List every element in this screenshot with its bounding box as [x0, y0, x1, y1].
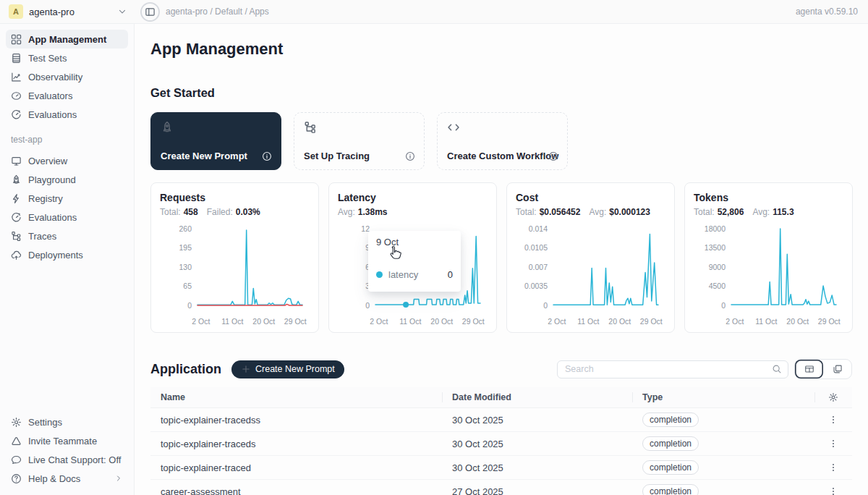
sidebar-item-traces[interactable]: Traces: [6, 227, 128, 245]
sidebar-item-label: Evaluators: [28, 90, 72, 101]
row-actions-cell: [814, 462, 852, 473]
type-badge: completion: [642, 436, 699, 451]
card-view-button[interactable]: [823, 360, 851, 378]
workspace-name: agenta-pro: [29, 7, 111, 17]
svg-text:2 Oct: 2 Oct: [370, 317, 388, 326]
svg-text:11 Oct: 11 Oct: [399, 317, 421, 326]
chart-card-tokens: TokensTotal:52,806Avg:115.30450090001350…: [684, 182, 853, 333]
plus-icon: [241, 364, 251, 374]
create-new-prompt-card[interactable]: Create New Prompt: [150, 112, 281, 170]
get-started-title: Get Started: [150, 85, 852, 100]
sidebar-toggle-button[interactable]: [140, 2, 160, 22]
table-view-icon: [804, 364, 814, 374]
grid-icon: [11, 34, 22, 45]
card-label: Set Up Tracing: [304, 151, 370, 161]
sidebar-item-observability[interactable]: Observability: [6, 67, 128, 86]
create-new-prompt-button[interactable]: Create New Prompt: [231, 360, 344, 378]
rocket-icon: [161, 121, 174, 134]
sidebar-item-evaluations[interactable]: Evaluations: [6, 105, 128, 124]
search-box: [557, 360, 788, 378]
sidebar-item-label: Traces: [28, 231, 56, 242]
search-input[interactable]: [563, 363, 772, 375]
svg-text:0.014: 0.014: [529, 224, 548, 233]
requests-chart[interactable]: 0651301952602 Oct11 Oct20 Oct29 Oct: [160, 223, 311, 330]
svg-text:20 Oct: 20 Oct: [786, 317, 809, 326]
svg-text:0: 0: [543, 301, 548, 310]
row-menu-button[interactable]: [828, 462, 838, 473]
info-icon[interactable]: [405, 151, 415, 161]
chart-card-requests: RequestsTotal:458Failed:0.03%06513019526…: [150, 182, 319, 333]
info-icon[interactable]: [548, 151, 558, 161]
create-new-prompt-label: Create New Prompt: [255, 364, 335, 374]
column-header-type[interactable]: Type: [632, 387, 814, 407]
row-actions-cell: [814, 486, 852, 495]
sidebar-app-section-label: test-app: [6, 124, 128, 151]
sidebar-item-label: Observability: [28, 72, 82, 82]
row-actions-cell: [814, 415, 852, 425]
row-menu-button[interactable]: [828, 415, 838, 425]
rocket-icon: [11, 174, 22, 185]
chart-title: Tokens: [694, 192, 843, 203]
sidebar-item-playground[interactable]: Playground: [6, 170, 128, 189]
set-up-tracing-card[interactable]: Set Up Tracing: [294, 112, 425, 170]
sidebar-item-settings[interactable]: Settings: [6, 412, 128, 431]
testsets-icon: [11, 53, 22, 64]
create-custom-workflow-card[interactable]: Create Custom Workflow: [437, 112, 568, 170]
column-header-name[interactable]: Name: [150, 387, 442, 407]
sidebar-item-label: Playground: [28, 174, 76, 185]
date-modified: 30 Oct 2025: [442, 439, 632, 449]
sidebar-item-test-sets[interactable]: Test Sets: [6, 48, 128, 67]
svg-text:20 Oct: 20 Oct: [430, 317, 453, 326]
sidebar-item-registry[interactable]: Registry: [6, 189, 128, 208]
sidebar-item-evaluators[interactable]: Evaluators: [6, 86, 128, 105]
sidebar-footer-nav: SettingsInvite TeammateLive Chat Support…: [6, 412, 128, 488]
svg-text:2 Oct: 2 Oct: [548, 317, 566, 326]
stat: Avg:115.3: [752, 207, 793, 217]
sidebar-item-invite-teammate[interactable]: Invite Teammate: [6, 431, 128, 450]
sidebar-item-label: App Management: [28, 34, 106, 45]
gear-icon: [11, 417, 22, 428]
application-title: Application: [150, 362, 221, 377]
svg-text:12: 12: [361, 224, 370, 233]
sidebar-spacer: [6, 264, 128, 412]
svg-text:11 Oct: 11 Oct: [755, 317, 777, 326]
cost-chart[interactable]: 00.00350.0070.01050.0142 Oct11 Oct20 Oct…: [516, 223, 667, 330]
chart-card-latency: LatencyAvg:1.38ms0369122 Oct11 Oct20 Oct…: [328, 182, 497, 333]
row-menu-button[interactable]: [828, 486, 838, 495]
sidebar-item-overview[interactable]: Overview: [6, 151, 128, 170]
chart-stats: Total:52,806Avg:115.3: [694, 207, 843, 217]
latency-chart[interactable]: 0369122 Oct11 Oct20 Oct29 Oct: [338, 223, 489, 330]
breadcrumb[interactable]: agenta-pro / Default / Apps: [166, 7, 269, 17]
tokens-chart[interactable]: 04500900013500180002 Oct11 Oct20 Oct29 O…: [694, 223, 845, 330]
workspace-selector[interactable]: A agenta-pro: [0, 4, 135, 19]
column-settings-gear-icon[interactable]: [828, 392, 838, 402]
table-row[interactable]: topic-explainer-traceds30 Oct 2025comple…: [150, 432, 852, 456]
sidebar-item-live-chat-support-off[interactable]: Live Chat Support: Off: [6, 450, 128, 469]
sidebar-item-help-docs[interactable]: Help & Docs: [6, 469, 128, 488]
sidebar-item-evaluations[interactable]: Evaluations: [6, 208, 128, 227]
sidebar-item-app-management[interactable]: App Management: [6, 30, 128, 48]
column-header-date-modified[interactable]: Date Modified: [442, 387, 632, 407]
svg-text:3: 3: [365, 282, 370, 290]
sidebar-item-label: Live Chat Support: Off: [28, 454, 121, 465]
code-icon: [447, 121, 460, 134]
row-menu-button[interactable]: [828, 439, 838, 449]
evaluations-icon: [11, 109, 22, 120]
svg-text:2 Oct: 2 Oct: [192, 317, 210, 326]
svg-text:29 Oct: 29 Oct: [462, 317, 485, 326]
type-badge: completion: [642, 460, 699, 475]
sidebar-item-deployments[interactable]: Deployments: [6, 245, 128, 264]
table-view-button[interactable]: [795, 360, 823, 378]
table-row[interactable]: topic-explainer-traced30 Oct 2025complet…: [150, 456, 852, 480]
stat: Total:$0.056452: [516, 207, 580, 217]
triangle-icon: [11, 436, 22, 447]
observability-icon: [11, 72, 22, 82]
view-toggle: [794, 359, 852, 379]
metric-chart-cards: RequestsTotal:458Failed:0.03%06513019526…: [150, 182, 852, 333]
sidebar-item-label: Registry: [28, 193, 63, 204]
table-row[interactable]: topic-explainer-tracedss30 Oct 2025compl…: [150, 408, 852, 432]
card-label: Create Custom Workflow: [447, 151, 558, 161]
evaluations-icon: [11, 212, 22, 223]
info-icon[interactable]: [262, 151, 272, 161]
table-row[interactable]: career-assessment27 Oct 2025completion: [150, 480, 852, 495]
